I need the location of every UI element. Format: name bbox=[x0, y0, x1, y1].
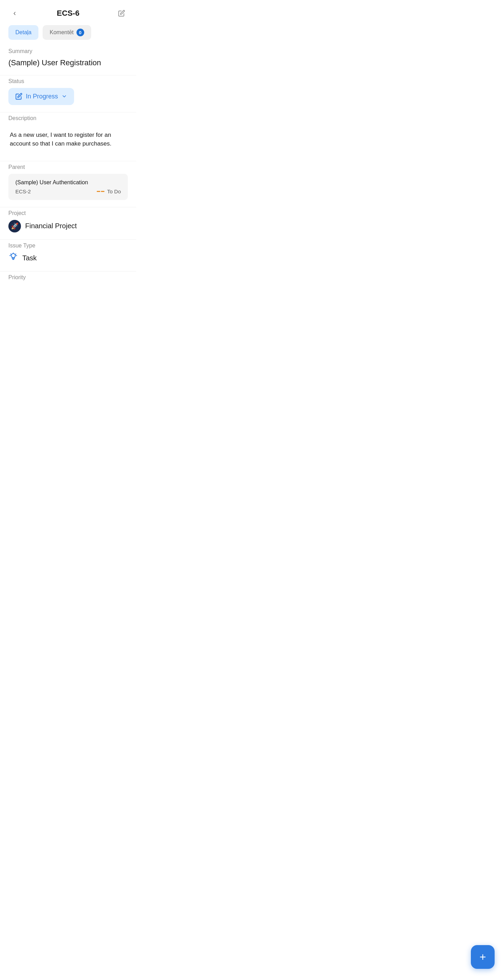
issue-type-label: Issue Type bbox=[8, 243, 128, 249]
priority-bar-2 bbox=[101, 191, 104, 192]
project-icon: 🚀 bbox=[8, 220, 21, 232]
description-section: Description As a new user, I want to reg… bbox=[0, 115, 136, 154]
divider-1 bbox=[0, 75, 136, 75]
issue-type-name: Task bbox=[22, 254, 37, 262]
status-button[interactable]: In Progress bbox=[8, 88, 74, 105]
tab-komentēt-label: Komentēt bbox=[50, 29, 73, 36]
svg-point-0 bbox=[11, 253, 15, 258]
parent-id: ECS-2 bbox=[15, 188, 31, 194]
project-row: 🚀 Financial Project bbox=[8, 220, 128, 232]
tabs-container: Detaļa Komentēt 0 bbox=[0, 25, 136, 40]
project-name: Financial Project bbox=[25, 222, 77, 230]
parent-status-label: To Do bbox=[107, 188, 121, 194]
description-box: As a new user, I want to register for an… bbox=[8, 125, 128, 154]
summary-value: (Sample) User Registration bbox=[8, 58, 128, 68]
header: ‹ ECS-6 bbox=[0, 0, 136, 25]
tab-detala-label: Detaļa bbox=[15, 29, 32, 36]
description-label: Description bbox=[8, 115, 128, 121]
lightbulb-icon bbox=[8, 252, 18, 262]
parent-status: To Do bbox=[97, 188, 121, 194]
parent-meta: ECS-2 To Do bbox=[15, 188, 121, 194]
priority-section: Priority bbox=[0, 274, 136, 281]
priority-label: Priority bbox=[8, 274, 128, 281]
back-icon: ‹ bbox=[13, 9, 16, 18]
summary-label: Summary bbox=[8, 48, 128, 54]
page-title: ECS-6 bbox=[57, 9, 80, 18]
back-button[interactable]: ‹ bbox=[8, 7, 21, 19]
parent-title: (Sample) User Authentication bbox=[15, 180, 121, 186]
summary-section: Summary (Sample) User Registration bbox=[0, 48, 136, 68]
svg-line-3 bbox=[15, 254, 16, 254]
parent-card[interactable]: (Sample) User Authentication ECS-2 To Do bbox=[8, 174, 128, 200]
divider-5 bbox=[0, 239, 136, 240]
chevron-down-icon bbox=[61, 94, 67, 99]
parent-section: Parent (Sample) User Authentication ECS-… bbox=[0, 164, 136, 200]
project-label: Project bbox=[8, 210, 128, 216]
status-value: In Progress bbox=[26, 93, 58, 100]
parent-label: Parent bbox=[8, 164, 128, 170]
status-section: Status In Progress bbox=[0, 78, 136, 105]
issue-type-row: Task bbox=[8, 252, 128, 264]
edit-button[interactable] bbox=[115, 7, 128, 19]
status-label: Status bbox=[8, 78, 128, 84]
status-pencil-icon bbox=[15, 93, 22, 100]
description-value: As a new user, I want to register for an… bbox=[10, 130, 126, 148]
divider-6 bbox=[0, 271, 136, 272]
priority-medium-icon bbox=[97, 191, 104, 192]
divider-3 bbox=[0, 161, 136, 161]
komentēt-badge: 0 bbox=[77, 29, 84, 36]
project-emoji: 🚀 bbox=[11, 222, 19, 230]
tab-detala[interactable]: Detaļa bbox=[8, 25, 38, 40]
issue-type-icon bbox=[8, 252, 18, 264]
priority-bar-1 bbox=[97, 191, 100, 192]
issue-type-section: Issue Type Task bbox=[0, 243, 136, 264]
tab-komentēt[interactable]: Komentēt 0 bbox=[43, 25, 91, 40]
pencil-icon bbox=[118, 10, 125, 17]
project-section: Project 🚀 Financial Project bbox=[0, 210, 136, 232]
divider-2 bbox=[0, 112, 136, 112]
divider-4 bbox=[0, 207, 136, 207]
